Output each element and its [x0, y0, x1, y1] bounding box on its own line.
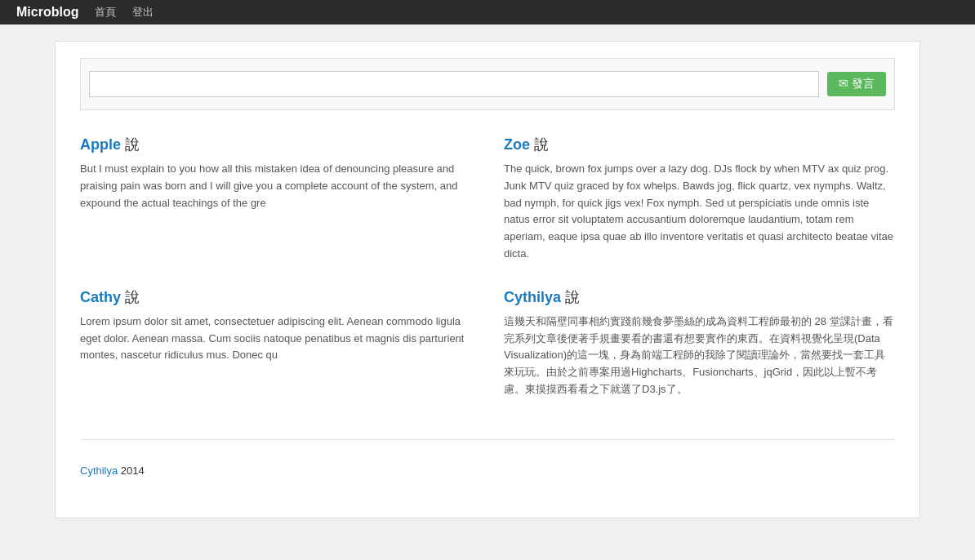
nav-home-link[interactable]: 首頁 [95, 5, 116, 20]
post-author-name: Cythilya [504, 289, 561, 305]
nav-logout-link[interactable]: 登出 [132, 5, 154, 20]
post-content: 這幾天和隔壁同事相約實踐前幾食夢墨絲的成為資料工程師最初的 28 堂課計畫，看完… [504, 313, 895, 398]
post-content: Lorem ipsum dolor sit amet, consectetuer… [80, 313, 471, 364]
post-item: Apple 說 But I must explain to you how al… [80, 135, 471, 263]
navbar-brand: Microblog [16, 5, 78, 20]
post-item-cythilya: Cythilya 說 這幾天和隔壁同事相約實踐前幾食夢墨絲的成為資料工程師最初的… [504, 287, 895, 398]
post-said: 說 [565, 289, 580, 305]
post-content: The quick, brown fox jumps over a lazy d… [504, 161, 895, 263]
navbar: Microblog 首頁 登出 [0, 0, 975, 24]
footer-year: 2014 [118, 464, 145, 477]
post-author: Cythilya 說 [504, 287, 895, 307]
post-author-name: Cathy [80, 289, 121, 305]
post-said: 說 [125, 136, 140, 153]
separator [80, 439, 895, 440]
post-said: 說 [534, 136, 549, 153]
post-item: Cathy 說 Lorem ipsum dolor sit amet, cons… [80, 287, 471, 398]
post-button[interactable]: ✉ 發言 [827, 72, 886, 96]
post-author: Zoe 說 [504, 135, 895, 154]
post-author: Apple 說 [80, 135, 471, 154]
footer: Cythilya 2014 [80, 456, 895, 485]
post-author: Cathy 說 [80, 287, 471, 307]
post-content: But I must explain to you how all this m… [80, 161, 471, 211]
post-author-name: Zoe [504, 136, 530, 153]
footer-author: Cythilya [80, 464, 118, 477]
post-author-name: Apple [80, 136, 121, 153]
post-input[interactable] [89, 71, 819, 97]
main-container: ✉ 發言 Apple 說 But I must explain to you h… [55, 41, 920, 518]
post-form: ✉ 發言 [80, 58, 895, 110]
post-said: 說 [125, 289, 140, 305]
post-item: Zoe 說 The quick, brown fox jumps over a … [504, 135, 895, 263]
posts-grid: Apple 說 But I must explain to you how al… [80, 135, 895, 423]
